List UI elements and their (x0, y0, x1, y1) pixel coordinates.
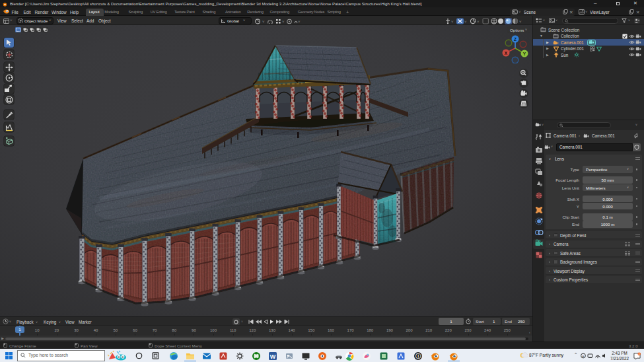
svg-text:˅: ˅ (282, 20, 285, 24)
svg-text:W: W (270, 353, 276, 359)
svg-text:˅: ˅ (477, 20, 480, 24)
svg-text:˅: ˅ (519, 20, 522, 24)
svg-text:˅: ˅ (262, 20, 265, 24)
svg-text:˅: ˅ (298, 20, 301, 24)
svg-text:˅: ˅ (451, 20, 454, 24)
svg-text:e: e (583, 353, 585, 357)
svg-text:X: X (505, 51, 508, 55)
svg-text:Z: Z (514, 37, 517, 42)
svg-text:˅: ˅ (464, 20, 467, 24)
svg-text:Y: Y (523, 52, 526, 56)
svg-text:Ⓘ: Ⓘ (415, 353, 421, 359)
